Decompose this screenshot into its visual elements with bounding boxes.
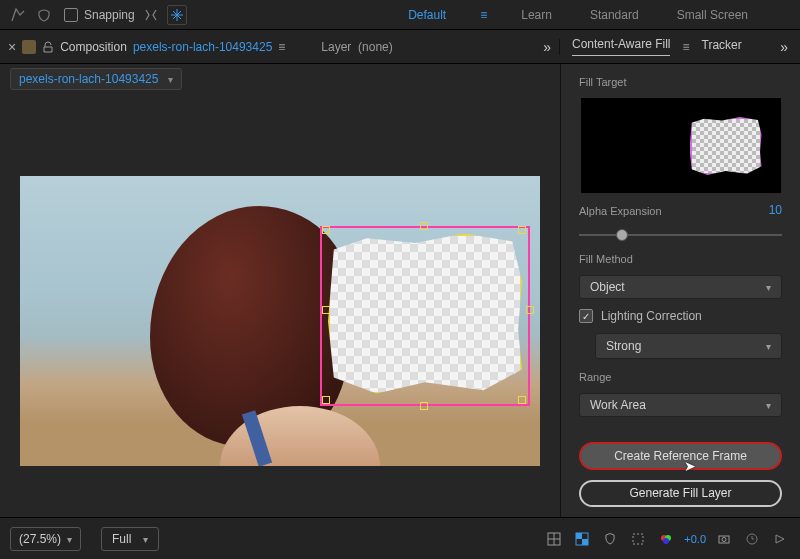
mask-handle[interactable] (518, 396, 526, 404)
fill-target-label: Fill Target (579, 76, 782, 88)
range-value: Work Area (590, 398, 646, 412)
workspace-default[interactable]: Default (404, 4, 450, 26)
range-label: Range (579, 371, 782, 383)
svg-rect-3 (582, 539, 588, 545)
workspace-standard[interactable]: Standard (586, 4, 643, 26)
region-icon[interactable] (628, 529, 648, 549)
workspace-small-screen[interactable]: Small Screen (673, 4, 752, 26)
exposure-value[interactable]: +0.0 (684, 529, 706, 549)
zoom-dropdown[interactable]: (27.5%) (10, 527, 81, 551)
cursor-icon: ➤ (684, 458, 696, 474)
composition-name[interactable]: pexels-ron-lach-10493425 (133, 40, 272, 54)
mask-handle[interactable] (322, 306, 330, 314)
mask-handle[interactable] (526, 306, 534, 314)
range-dropdown[interactable]: Work Area (579, 393, 782, 417)
timecode-icon[interactable] (742, 529, 762, 549)
snapping-options-icon[interactable] (141, 5, 161, 25)
resolution-value: Full (112, 532, 131, 546)
mask-handle[interactable] (322, 396, 330, 404)
panel-menu-icon[interactable]: ≡ (682, 40, 689, 54)
grid-icon[interactable] (544, 529, 564, 549)
chevron-down-icon (766, 339, 771, 353)
create-reference-frame-label: Create Reference Frame (614, 449, 747, 463)
workspace-learn[interactable]: Learn (517, 4, 556, 26)
lighting-strength-value: Strong (606, 339, 641, 353)
pen-tool-icon[interactable] (8, 5, 28, 25)
mask-handle[interactable] (420, 402, 428, 410)
lock-icon[interactable] (42, 41, 54, 53)
composition-icon (22, 40, 36, 54)
fill-target-preview (581, 98, 781, 193)
alpha-expansion-value[interactable]: 10 (769, 203, 782, 217)
mask-handle[interactable] (420, 222, 428, 230)
lighting-correction-label: Lighting Correction (601, 309, 702, 323)
composition-menu-icon[interactable]: ≡ (278, 40, 285, 54)
fill-method-label: Fill Method (579, 253, 782, 265)
tab-tracker[interactable]: Tracker (702, 38, 742, 56)
channels-icon[interactable] (656, 529, 676, 549)
create-reference-frame-button[interactable]: Create Reference Frame ➤ (579, 442, 782, 469)
fast-preview-icon[interactable] (770, 529, 790, 549)
collapse-right-icon[interactable]: » (780, 39, 788, 55)
composition-dropdown[interactable]: pexels-ron-lach-10493425 ▾ (10, 68, 182, 90)
composition-dropdown-label: pexels-ron-lach-10493425 (19, 72, 158, 86)
lighting-strength-dropdown[interactable]: Strong (595, 333, 782, 359)
transparency-grid-icon[interactable] (572, 529, 592, 549)
alpha-expansion-label: Alpha Expansion (579, 205, 662, 217)
generate-fill-layer-label: Generate Fill Layer (629, 486, 731, 500)
chevron-down-icon (766, 280, 771, 294)
mask-tool-icon[interactable] (34, 5, 54, 25)
fill-method-dropdown[interactable]: Object (579, 275, 782, 299)
preview-frame (20, 176, 540, 466)
chevron-down-icon (766, 398, 771, 412)
svg-point-7 (663, 538, 669, 544)
workspace-menu-icon[interactable]: ≡ (480, 8, 487, 22)
svg-rect-4 (633, 534, 643, 544)
svg-rect-2 (576, 533, 582, 539)
fill-method-value: Object (590, 280, 625, 294)
zoom-value: (27.5%) (19, 532, 61, 546)
svg-point-9 (722, 537, 726, 541)
composition-label: Composition (60, 40, 127, 54)
close-panel-icon[interactable]: × (8, 39, 16, 55)
viewport[interactable] (0, 94, 560, 517)
snapping-label: Snapping (84, 8, 135, 22)
snap-collision-icon[interactable] (167, 5, 187, 25)
snapshot-icon[interactable] (714, 529, 734, 549)
lighting-correction-checkbox[interactable]: ✓ (579, 309, 593, 323)
mask-visibility-icon[interactable] (600, 529, 620, 549)
snapping-checkbox[interactable] (64, 8, 78, 22)
chevron-down-icon (67, 532, 72, 546)
collapse-left-icon[interactable]: » (543, 39, 551, 55)
chevron-down-icon (143, 532, 148, 546)
generate-fill-layer-button[interactable]: Generate Fill Layer (579, 480, 782, 507)
layer-label: Layer (321, 40, 351, 54)
mask-handle[interactable] (322, 226, 330, 234)
tab-content-aware-fill[interactable]: Content-Aware Fill (572, 37, 670, 56)
layer-value: (none) (358, 40, 393, 54)
resolution-dropdown[interactable]: Full (101, 527, 159, 551)
region-of-interest-box[interactable] (320, 226, 530, 406)
mask-handle[interactable] (518, 226, 526, 234)
alpha-expansion-slider[interactable] (579, 229, 782, 242)
